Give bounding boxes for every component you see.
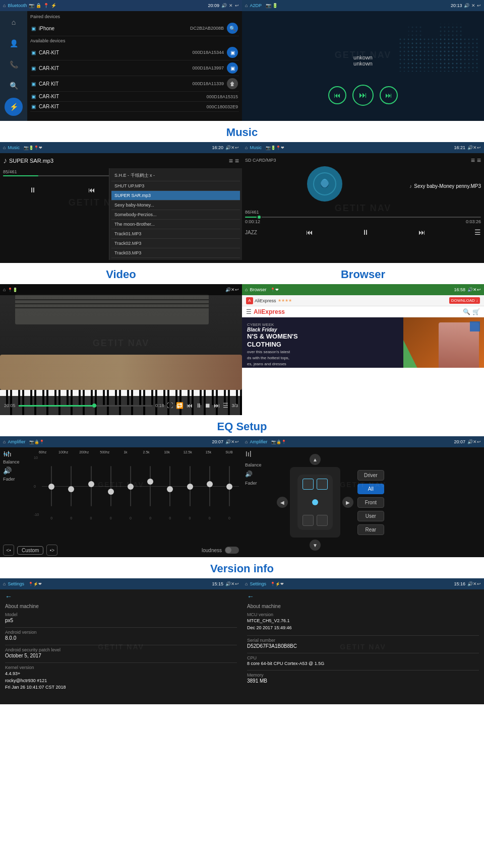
front-btn[interactable]: Front	[357, 497, 384, 508]
avail-device-2-del-btn[interactable]: 🗑	[227, 78, 238, 89]
car-center-control[interactable]	[312, 499, 318, 505]
eq-slider-5[interactable]	[141, 456, 160, 516]
car-seat-fr[interactable]	[317, 479, 328, 490]
vid-prev-btn[interactable]: ⏮	[187, 402, 193, 409]
pl-item-3[interactable]: Sexy baby-Money...	[111, 201, 240, 210]
rear-btn[interactable]: Rear	[357, 524, 384, 535]
car-right-btn[interactable]: ▶	[342, 497, 353, 508]
pl-item-0[interactable]: S.H.E - 千纸鹤士 x -	[111, 170, 240, 181]
vid-stop-btn[interactable]: ⏹	[205, 402, 211, 409]
m2-home-icon[interactable]: ⌂	[245, 145, 248, 150]
eq-main-panel: GETIT NAV 60hz 100hz 200hz 500hz 1k 2.5k…	[33, 450, 239, 540]
car-down-btn[interactable]: ▼	[310, 540, 321, 551]
eq-slider-9[interactable]	[220, 456, 239, 516]
all-btn[interactable]: All	[357, 484, 384, 494]
vid-progress-bar[interactable]	[19, 405, 152, 407]
vid-list-btn[interactable]: ☰	[223, 402, 228, 409]
ver2-back-btn[interactable]: ←	[247, 592, 479, 600]
user-btn[interactable]: User	[357, 511, 384, 521]
vid-pause-btn[interactable]: ⏸	[196, 402, 202, 409]
m1-pause-btn[interactable]: ⏸	[29, 186, 36, 194]
car-up-btn[interactable]: ▲	[310, 454, 321, 465]
driver-btn[interactable]: Driver	[357, 470, 384, 481]
ver1-home-icon[interactable]: ⌂	[3, 581, 6, 586]
eq-slider-3[interactable]	[101, 456, 120, 516]
m1-home-icon[interactable]: ⌂	[3, 145, 6, 150]
m2-track-info: ♪ Sexy baby-Money penny.MP3	[409, 181, 481, 190]
bt-back-icon[interactable]: ↩	[235, 3, 239, 8]
car-seat-rl[interactable]	[302, 515, 314, 526]
vid-home-icon[interactable]: ⌂	[3, 287, 6, 292]
sidebar-home-btn[interactable]: ⌂	[5, 13, 23, 31]
available-device-2[interactable]: ▣ CAR KIT 000D18A11339 🗑	[30, 76, 239, 92]
available-device-3[interactable]: ▣ CAR-KIT 000D18A15315	[30, 92, 239, 102]
m2-prev-btn[interactable]: ⏮	[306, 228, 313, 236]
music-1-menu-btns[interactable]: ≡ ≡	[229, 157, 239, 165]
m2-menu-btns[interactable]: ≡ ≡	[471, 156, 481, 164]
car-top-seats	[302, 479, 328, 490]
a2dp-next-btn[interactable]: ⏭	[380, 86, 398, 104]
paired-device-search-btn[interactable]: 🔍	[227, 23, 238, 34]
vid-fullscreen-btn[interactable]: ⛶	[167, 402, 173, 409]
eq-slider-8[interactable]	[200, 456, 219, 516]
m2-list-btn[interactable]: ☰	[474, 228, 481, 236]
svg-rect-15	[250, 451, 251, 457]
ver2-home-icon[interactable]: ⌂	[245, 581, 248, 586]
eq-preset-btn[interactable]: Custom	[17, 546, 43, 555]
svg-rect-10	[4, 453, 6, 454]
eq-slider-2[interactable]	[81, 456, 100, 516]
car-left-btn[interactable]: ◀	[277, 497, 288, 508]
a2dp-play-pause-btn[interactable]: ⏭	[352, 85, 374, 106]
a2dp-home-icon[interactable]: ⌂	[245, 3, 248, 8]
eq2-home-icon[interactable]: ⌂	[245, 439, 248, 444]
m1-prev-btn[interactable]: ⏮	[88, 186, 95, 194]
eq-slider-6[interactable]	[160, 456, 179, 516]
eq-slider-0[interactable]	[42, 456, 61, 516]
pl-item-6[interactable]: Track01.MP3	[111, 229, 240, 239]
available-device-4[interactable]: ▣ CAR-KIT 000C180032E9	[30, 102, 239, 112]
bt-close-icon[interactable]: ✕	[229, 3, 233, 8]
available-device-0[interactable]: ▣ CAR-KIT 000D18A15344 ▣	[30, 45, 239, 60]
download-btn[interactable]: DOWNLOAD ↓	[449, 297, 480, 304]
eq-loudness-toggle[interactable]	[225, 547, 239, 554]
aliexpress-tab[interactable]: A AliExpress ★★★★	[246, 297, 292, 304]
sidebar-phone-btn[interactable]: 📞	[5, 55, 23, 74]
pl-item-4[interactable]: Somebody-Perzios...	[111, 210, 240, 220]
car-seat-fl[interactable]	[302, 479, 314, 490]
cart-icon[interactable]: 🛒	[472, 308, 480, 315]
freq-12.5k: 12.5k	[178, 450, 198, 454]
pl-item-2[interactable]: SUPER SAR.mp3	[111, 191, 240, 201]
ver2-serial-label: Serial number	[247, 638, 479, 643]
pl-item-5[interactable]: The moon-Brother...	[111, 220, 240, 229]
sidebar-search-btn[interactable]: 🔍	[5, 77, 23, 95]
pl-item-8[interactable]: Track03.MP3	[111, 248, 240, 258]
hamburger-menu-btn[interactable]: ☰	[246, 308, 252, 315]
a2dp-prev-btn[interactable]: ⏮	[328, 86, 346, 104]
br-home-icon[interactable]: ⌂	[245, 287, 248, 292]
pl-item-1[interactable]: SHUT UP.MP3	[111, 181, 240, 191]
sidebar-person-btn[interactable]: 👤	[5, 34, 23, 52]
pl-item-7[interactable]: Track02.MP3	[111, 239, 240, 248]
avail-device-0-btn[interactable]: ▣	[227, 47, 238, 58]
a2dp-close-icon[interactable]: ✕ ↩	[471, 3, 481, 8]
paired-device-row[interactable]: ▣ iPhone DC2B2AB2008B 🔍	[30, 21, 239, 36]
m2-next-btn[interactable]: ⏭	[418, 228, 426, 236]
eq-slider-4[interactable]	[121, 456, 140, 516]
vid-repeat-btn[interactable]: 🔁	[176, 402, 184, 409]
eq-nav-right-btn[interactable]: •>	[46, 545, 57, 556]
eq1-home-icon[interactable]: ⌂	[3, 439, 6, 444]
sidebar-bt-btn[interactable]: ⚡	[5, 98, 23, 116]
m2-pause-btn[interactable]: ⏸	[362, 228, 369, 236]
vid-next-btn[interactable]: ⏭	[214, 402, 220, 409]
browser-search-btn[interactable]: 🔍	[463, 308, 470, 315]
avail-device-1-btn[interactable]: ▣	[227, 62, 238, 74]
ver1-back-btn[interactable]: ←	[5, 592, 237, 600]
bt-icon-bt: ⚡	[51, 3, 56, 8]
car-seat-rr[interactable]	[317, 515, 328, 526]
m2-bar[interactable]	[245, 217, 481, 218]
eq-slider-7[interactable]	[180, 456, 199, 516]
available-device-1[interactable]: ▣ CAR-KIT 000D18A13997 ▣	[30, 60, 239, 76]
eq-nav-left-btn[interactable]: <•	[3, 545, 14, 556]
eq-slider-1[interactable]	[62, 456, 81, 516]
home-icon[interactable]: ⌂	[3, 3, 6, 8]
